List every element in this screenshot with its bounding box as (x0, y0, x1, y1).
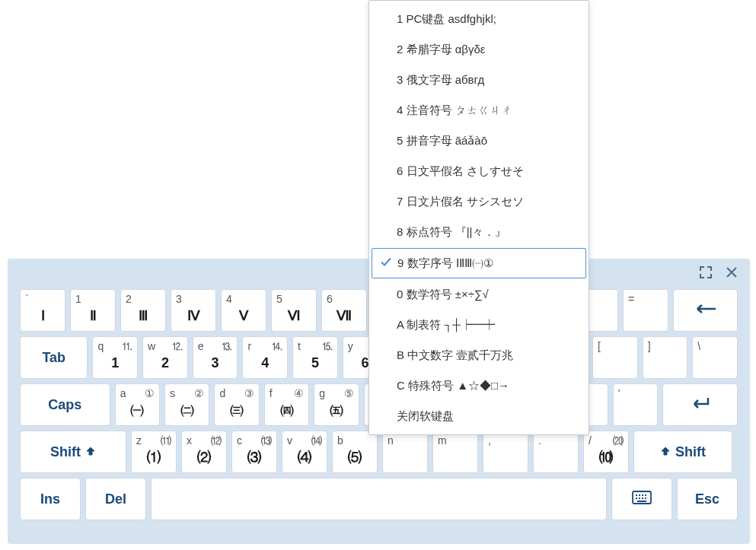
key-row2-2[interactable]: e⒔3 (193, 336, 238, 379)
del-key[interactable]: Del (85, 478, 146, 520)
key-letter: [ (598, 340, 601, 352)
menu-item-C[interactable]: C 特殊符号 ▲☆◆□→ (369, 370, 589, 401)
key-upper: 5 (276, 293, 282, 305)
key-row1-3[interactable]: 3Ⅳ (171, 289, 216, 332)
key-main: Ⅱ (90, 307, 97, 324)
key-row1-4[interactable]: 4Ⅴ (221, 289, 266, 332)
backspace-key[interactable] (673, 289, 738, 332)
backspace-icon (694, 304, 717, 317)
key-row3-4[interactable]: g⑤㈤ (314, 383, 359, 426)
caps-key[interactable]: Caps (20, 383, 110, 426)
key-row4-3[interactable]: v⒁⑷ (282, 431, 327, 473)
key-row3-2[interactable]: d③㈢ (214, 383, 259, 426)
ins-key[interactable]: Ins (20, 478, 81, 520)
expand-icon[interactable] (698, 265, 713, 280)
key-row4-8[interactable]: . (533, 431, 579, 473)
menu-item-1[interactable]: 1 PC键盘 asdfghjkl; (369, 4, 589, 34)
key-row1-2[interactable]: 2Ⅲ (120, 289, 166, 332)
key-main: ⑷ (298, 448, 311, 466)
key-row2-4[interactable]: t⒖5 (292, 336, 338, 379)
key-row2-12[interactable]: \ (692, 336, 738, 379)
key-letter: w (148, 340, 155, 352)
menu-close-label: 关闭软键盘 (397, 409, 454, 424)
menu-item-label: 5 拼音字母 āáǎàō (397, 134, 487, 148)
key-row4-5[interactable]: n (382, 431, 428, 473)
key-row2-0[interactable]: q⒒1 (92, 336, 138, 379)
key-upper-sym: ⑤ (344, 387, 354, 399)
key-row2-3[interactable]: r⒕4 (242, 336, 288, 379)
esc-key[interactable]: Esc (677, 478, 738, 520)
row-4: Shift z⑾⑴x⑿⑵c⒀⑶v⒁⑷b⑸nm,./⒇⑽ Shift (20, 431, 738, 473)
key-letter: / (589, 434, 592, 447)
menu-item-label: 8 标点符号 『||々．』 (397, 225, 506, 240)
key-main: ㈠ (130, 401, 144, 419)
shift-right-key[interactable]: Shift (633, 431, 732, 473)
menu-item-7[interactable]: 7 日文片假名 サシスセソ (369, 186, 589, 217)
tab-key[interactable]: Tab (20, 336, 88, 379)
key-main: ⑶ (247, 448, 261, 466)
key-letter: , (488, 434, 491, 447)
key-main: 2 (161, 355, 169, 371)
key-row1-6[interactable]: 6Ⅶ (321, 289, 367, 332)
menu-item-5[interactable]: 5 拼音字母 āáǎàō (369, 126, 589, 156)
key-row2-11[interactable]: ] (643, 336, 688, 379)
menu-item-8[interactable]: 8 标点符号 『||々．』 (369, 217, 589, 247)
layout-menu: 1 PC键盘 asdfghjkl;2 希腊字母 αβγδε3 俄文字母 абвг… (368, 0, 589, 435)
key-row3-10[interactable]: ' (613, 383, 658, 426)
soft-keyboard-layout-key[interactable] (611, 478, 672, 520)
key-letter: e (198, 340, 204, 352)
key-upper-sym: ⒖ (322, 340, 333, 354)
key-row2-10[interactable]: [ (592, 336, 638, 379)
menu-item-6[interactable]: 6 日文平假名 さしすせそ (369, 156, 589, 186)
menu-item-0[interactable]: 0 数学符号 ±×÷∑√ (369, 279, 589, 310)
key-upper-sym: ⒔ (222, 340, 232, 354)
key-row3-1[interactable]: s②㈡ (164, 383, 209, 426)
menu-item-A[interactable]: A 制表符 ┐┼┝━┿ (369, 310, 589, 340)
key-row1-5[interactable]: 5Ⅵ (271, 289, 317, 332)
key-main: 5 (311, 355, 319, 371)
key-row4-7[interactable]: , (483, 431, 528, 473)
key-main: Ⅶ (337, 307, 352, 324)
key-upper: 1 (75, 293, 81, 305)
key-letter: x (187, 434, 192, 447)
key-row4-9[interactable]: /⒇⑽ (583, 431, 629, 473)
key-upper: 4 (226, 293, 232, 305)
space-key[interactable] (151, 478, 607, 520)
shift-left-key[interactable]: Shift (20, 431, 126, 473)
key-row4-4[interactable]: b⑸ (332, 431, 378, 473)
key-row4-6[interactable]: m (432, 431, 478, 473)
key-letter: y (348, 340, 353, 352)
key-letter: a (120, 387, 126, 399)
menu-item-3[interactable]: 3 俄文字母 абвгд (369, 65, 589, 95)
key-upper-sym: ⒁ (311, 434, 322, 448)
key-main: ⑽ (599, 448, 613, 466)
checkmark-icon (380, 256, 392, 271)
key-main: 4 (261, 355, 269, 371)
key-row1-0[interactable]: `Ⅰ (20, 289, 65, 332)
enter-key[interactable] (662, 383, 738, 426)
key-row4-1[interactable]: x⑿⑵ (181, 431, 227, 473)
key-row3-3[interactable]: f④㈣ (264, 383, 309, 426)
menu-item-9[interactable]: 9 数字序号 ⅠⅡⅢ㈠① (372, 248, 586, 278)
menu-item-label: 4 注音符号 ㄆㄊㄍㄐㄔ (397, 103, 512, 118)
key-letter: r (247, 340, 251, 352)
key-row3-0[interactable]: a①㈠ (115, 383, 160, 426)
key-row1-1[interactable]: 1Ⅱ (70, 289, 116, 332)
menu-item-label: 1 PC键盘 asdfghjkl; (397, 12, 496, 27)
menu-close-item[interactable]: 关闭软键盘 (369, 401, 589, 431)
key-letter: ' (618, 387, 620, 399)
menu-item-2[interactable]: 2 希腊字母 αβγδε (369, 34, 589, 65)
key-row2-1[interactable]: w⒓2 (142, 336, 188, 379)
key-row4-2[interactable]: c⒀⑶ (231, 431, 277, 473)
key-row4-0[interactable]: z⑾⑴ (131, 431, 177, 473)
key-upper-sym: ⒒ (122, 340, 132, 354)
key-row1-12[interactable]: = (623, 289, 668, 332)
key-letter: . (538, 434, 541, 447)
close-icon[interactable] (724, 265, 739, 280)
key-letter: d (219, 387, 225, 399)
key-upper-sym: ⒀ (261, 434, 272, 448)
key-letter: n (388, 434, 394, 447)
key-main: Ⅰ (41, 307, 45, 324)
menu-item-B[interactable]: B 中文数字 壹贰千万兆 (369, 340, 589, 370)
menu-item-4[interactable]: 4 注音符号 ㄆㄊㄍㄐㄔ (369, 95, 589, 126)
